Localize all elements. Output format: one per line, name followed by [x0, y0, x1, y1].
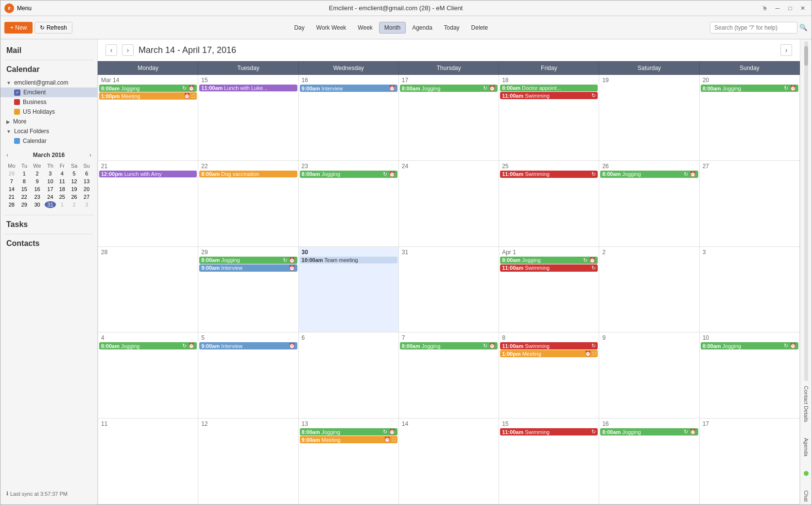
cal-cell[interactable]: 15 11:00amSwimming↻ — [499, 418, 599, 505]
maximize-button[interactable]: □ — [785, 4, 795, 12]
cal-cell[interactable]: 6 — [298, 332, 398, 418]
event-meeting[interactable]: 1:00pmMeeting⏰ □ — [99, 92, 197, 100]
cal-cell[interactable]: 4 8:00amJogging↻ ⏰ — [98, 332, 198, 418]
cal-cell[interactable]: Apr 1 8:00amJogging↻ ⏰ 11:00amSwimming↻ — [499, 246, 599, 332]
mini-cal-day[interactable]: 30 — [31, 201, 44, 208]
tab-month[interactable]: Month — [379, 22, 406, 34]
tab-day[interactable]: Day — [289, 22, 310, 34]
cal-cell[interactable]: 18 8:00amDoctor appoint... 11:00amSwimmi… — [499, 75, 599, 161]
minimize-button[interactable]: ─ — [773, 4, 782, 12]
emclient-calendar[interactable]: ✓ Emclient — [0, 87, 97, 97]
event-jogging[interactable]: 8:00amJogging↻ ⏰ — [99, 85, 197, 92]
mini-cal-day[interactable]: 27 — [81, 193, 92, 200]
cal-cell-today[interactable]: 30 10:00amTeam meeting — [298, 246, 398, 332]
mini-cal-day[interactable]: 18 — [57, 186, 68, 192]
account-item[interactable]: ▼ emclient@gmail.com — [0, 78, 97, 87]
event-jogging[interactable]: 8:00amJogging↻ ⏰ — [600, 428, 698, 435]
mini-cal-day[interactable]: 13 — [81, 178, 92, 185]
event-doctor[interactable]: 8:00amDoctor appoint... — [500, 85, 598, 91]
cal-cell[interactable]: 22 8:00amDog vaccination — [198, 160, 298, 246]
tab-work-week[interactable]: Work Week — [311, 22, 352, 34]
mini-cal-day[interactable]: 17 — [45, 186, 56, 192]
cal-cell[interactable]: 2 — [599, 246, 699, 332]
event-jogging[interactable]: 8:00amJogging↻ ⏰ — [600, 171, 698, 178]
cal-cell[interactable]: 15 11:00amLunch with Luke... — [198, 75, 298, 161]
cal-cell[interactable]: 10 8:00amJogging↻ ⏰ — [699, 332, 799, 418]
mini-cal-day[interactable]: 7 — [5, 178, 18, 185]
calendar-checkbox[interactable]: ✓ — [14, 89, 20, 96]
mini-cal-day[interactable]: 9 — [31, 178, 44, 185]
cal-cell[interactable]: 11 — [98, 418, 198, 505]
refresh-button[interactable]: ↻ Refresh — [35, 22, 72, 34]
event-swimming[interactable]: 11:00amSwimming↻ — [500, 264, 598, 272]
cal-cell[interactable]: 31 — [398, 246, 499, 332]
cal-cell[interactable]: 28 — [98, 246, 198, 332]
mini-cal-day[interactable]: 1 — [19, 170, 30, 177]
delete-button[interactable]: Delete — [466, 22, 494, 34]
mini-cal-day[interactable]: 3 — [81, 201, 92, 208]
right-scrollbar[interactable] — [804, 41, 808, 381]
mini-cal-next[interactable]: › — [87, 151, 93, 159]
event-jogging[interactable]: 8:00amJogging↻ ⏰ — [99, 342, 197, 349]
tab-agenda[interactable]: Agenda — [407, 22, 437, 34]
event-meeting[interactable]: 9:00amMeeting⏰ □ — [300, 436, 397, 443]
mini-cal-prev[interactable]: ‹ — [4, 151, 10, 159]
event-jogging[interactable]: 8:00amJogging↻ ⏰ — [701, 342, 798, 349]
cal-cell[interactable]: 5 9:00amInterview⏰ — [198, 332, 298, 418]
cal-collapse-button[interactable]: › — [780, 44, 792, 56]
event-jogging[interactable]: 8:00amJogging↻ ⏰ — [500, 257, 598, 264]
tab-today[interactable]: Today — [439, 22, 465, 34]
cal-cell[interactable]: 17 — [699, 418, 799, 505]
mini-cal-day[interactable]: 1 — [57, 201, 68, 208]
more-item[interactable]: ▶ More — [0, 117, 97, 126]
cal-prev-button[interactable]: ‹ — [105, 44, 117, 56]
cal-cell[interactable]: 3 — [699, 246, 799, 332]
contacts-title[interactable]: Contacts — [0, 236, 97, 251]
mini-cal-today[interactable]: 31 — [45, 201, 56, 208]
mini-cal-day[interactable]: 20 — [81, 186, 92, 192]
event-dog-vaccination[interactable]: 8:00amDog vaccination — [199, 171, 297, 177]
mini-cal-day[interactable]: 2 — [69, 201, 80, 208]
event-jogging[interactable]: 8:00amJogging↻ ⏰ — [199, 257, 297, 264]
tab-week[interactable]: Week — [352, 22, 378, 34]
chat-tab[interactable]: Chat — [802, 488, 810, 505]
us-holidays-calendar[interactable]: US Holidays — [0, 107, 97, 117]
mail-title[interactable]: Mail — [0, 43, 97, 58]
event-interview[interactable]: 9:00amInterview⏰ — [199, 342, 297, 349]
mini-cal-day[interactable]: 10 — [45, 178, 56, 185]
event-lunch-luke[interactable]: 11:00amLunch with Luke... — [199, 85, 297, 91]
tasks-title[interactable]: Tasks — [0, 217, 97, 232]
business-calendar[interactable]: Business — [0, 97, 97, 107]
cal-cell[interactable]: 25 11:00amSwimming↻ — [499, 160, 599, 246]
cal-cell[interactable]: 14 — [398, 418, 499, 505]
mini-cal-day[interactable]: 14 — [5, 186, 18, 192]
mini-cal-day[interactable]: 8 — [19, 178, 30, 185]
new-button[interactable]: + New — [4, 22, 33, 34]
mini-cal-day[interactable]: 19 — [69, 186, 80, 192]
event-swimming[interactable]: 11:00amSwimming↻ — [500, 428, 598, 435]
mini-cal-day[interactable]: 11 — [57, 178, 68, 185]
mini-cal-day[interactable]: 28 — [5, 201, 18, 208]
event-jogging[interactable]: 8:00amJogging↻ ⏰ — [300, 428, 397, 435]
mini-cal-day[interactable]: 2 — [31, 170, 44, 177]
cal-cell[interactable]: 12 — [198, 418, 298, 505]
cal-next-button[interactable]: › — [122, 44, 134, 56]
cal-cell[interactable]: 16 8:00amJogging↻ ⏰ — [599, 418, 699, 505]
search-input[interactable] — [710, 22, 797, 34]
mini-cal-day[interactable]: 25 — [57, 193, 68, 200]
menu-label[interactable]: Menu — [17, 5, 32, 12]
cal-cell[interactable]: 20 8:00amJogging↻ ⏰ — [699, 75, 799, 161]
event-team-meeting[interactable]: 10:00amTeam meeting — [300, 257, 397, 263]
mini-cal-day[interactable]: 15 — [19, 186, 30, 192]
cal-cell[interactable]: 27 — [699, 160, 799, 246]
mini-cal-day[interactable]: 26 — [69, 193, 80, 200]
mini-cal-day[interactable]: 5 — [69, 170, 80, 177]
mini-cal-day[interactable]: 21 — [5, 193, 18, 200]
cal-cell[interactable]: 21 12:00pmLunch with Amy — [98, 160, 198, 246]
event-swimming[interactable]: 11:00amSwimming↻ — [500, 171, 598, 178]
cal-cell[interactable]: 23 8:00amJogging↻ ⏰ — [298, 160, 398, 246]
cal-cell[interactable]: 7 8:00amJogging↻ ⏰ — [398, 332, 499, 418]
scrollbar-thumb[interactable] — [804, 46, 808, 66]
cal-cell[interactable]: 16 9:00amInterview⏰ — [298, 75, 398, 161]
cal-cell[interactable]: 24 — [398, 160, 499, 246]
